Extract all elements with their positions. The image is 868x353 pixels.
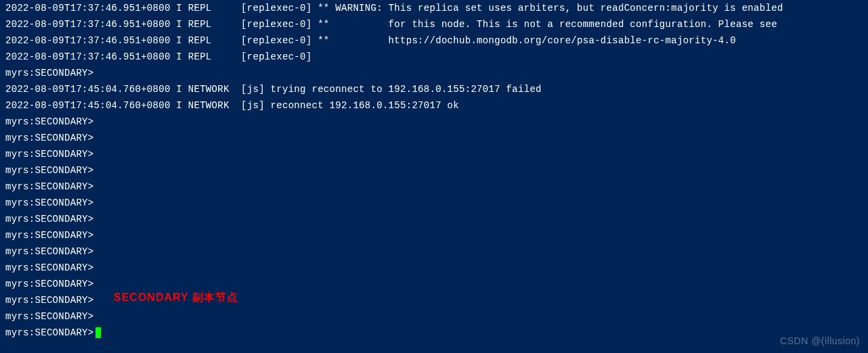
cursor-icon bbox=[95, 327, 101, 338]
shell-prompt: myrs:SECONDARY> bbox=[5, 146, 863, 162]
log-line: 2022-08-09T17:37:46.951+0800 I REPL [rep… bbox=[5, 16, 863, 32]
shell-prompt: myrs:SECONDARY> bbox=[5, 195, 863, 211]
shell-prompt: myrs:SECONDARY> bbox=[5, 260, 863, 276]
shell-prompt: myrs:SECONDARY> bbox=[5, 179, 863, 195]
shell-prompt: myrs:SECONDARY> bbox=[5, 130, 863, 146]
shell-prompt-active[interactable]: myrs:SECONDARY> bbox=[5, 325, 94, 341]
shell-prompt: myrs:SECONDARY> bbox=[5, 308, 863, 325]
shell-prompt: myrs:SECONDARY> bbox=[5, 227, 863, 243]
shell-prompt: myrs:SECONDARY> bbox=[5, 211, 863, 227]
log-line: 2022-08-09T17:45:04.760+0800 I NETWORK [… bbox=[5, 97, 863, 114]
log-line: 2022-08-09T17:45:04.760+0800 I NETWORK [… bbox=[5, 81, 863, 97]
shell-prompt: myrs:SECONDARY> bbox=[5, 65, 863, 81]
log-line: 2022-08-09T17:37:46.951+0800 I REPL [rep… bbox=[5, 32, 863, 49]
log-line: 2022-08-09T17:37:46.951+0800 I REPL [rep… bbox=[5, 49, 863, 65]
active-prompt-row: myrs:SECONDARY> bbox=[5, 325, 863, 341]
watermark-label: CSDN @(illusion) bbox=[780, 333, 860, 349]
shell-prompt: myrs:SECONDARY> bbox=[5, 162, 863, 179]
log-line: 2022-08-09T17:37:46.951+0800 I REPL [rep… bbox=[5, 0, 863, 16]
annotation-label: SECONDARY 副本节点 bbox=[114, 289, 238, 306]
shell-prompt: myrs:SECONDARY> bbox=[5, 114, 863, 130]
shell-prompt: myrs:SECONDARY> bbox=[5, 243, 863, 260]
